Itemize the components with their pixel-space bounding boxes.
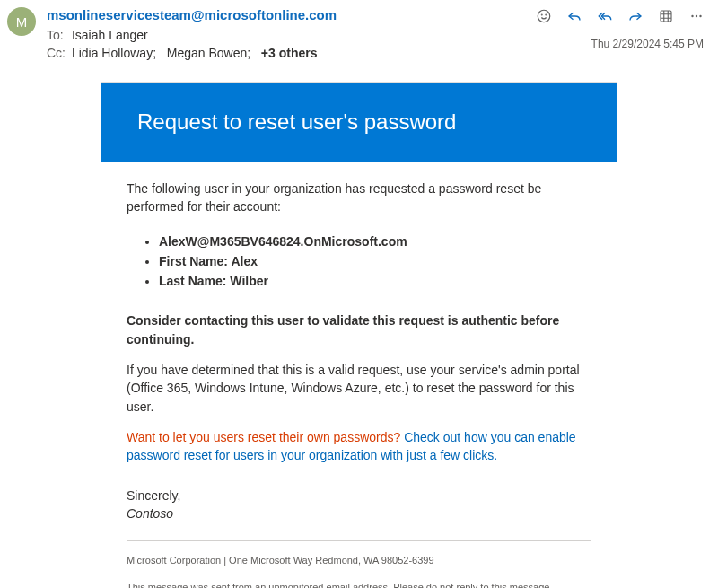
sincerely: Sincerely, bbox=[127, 487, 591, 505]
intro-text: The following user in your organization … bbox=[127, 180, 591, 216]
forward-icon[interactable] bbox=[626, 7, 644, 25]
to-value[interactable]: Isaiah Langer bbox=[72, 28, 148, 42]
warn-text: Want to let you users reset their own pa… bbox=[127, 430, 404, 444]
svg-point-0 bbox=[538, 10, 550, 22]
svg-point-6 bbox=[699, 15, 701, 17]
reply-all-icon[interactable] bbox=[596, 7, 614, 25]
consider-text: Consider contacting this user to validat… bbox=[127, 312, 591, 348]
footer-unmonitored: This message was sent from an unmonitore… bbox=[127, 581, 591, 588]
apps-icon[interactable] bbox=[657, 7, 675, 25]
svg-point-5 bbox=[696, 15, 697, 17]
to-label: To: bbox=[47, 28, 68, 42]
footer-address: Microsoft Corporation | One Microsoft Wa… bbox=[127, 554, 591, 568]
cc-label: Cc: bbox=[47, 46, 68, 60]
cc-value-2[interactable]: Megan Bowen; bbox=[167, 46, 250, 60]
svg-point-1 bbox=[541, 14, 542, 15]
svg-rect-3 bbox=[661, 11, 671, 22]
avatar: M bbox=[7, 7, 36, 36]
svg-point-2 bbox=[546, 14, 547, 15]
svg-point-4 bbox=[691, 15, 693, 17]
email-header: M msonlineservicesteam@microsoftonline.c… bbox=[0, 0, 718, 64]
message-toolbar bbox=[535, 7, 705, 25]
list-item: First Name: Alex bbox=[159, 252, 591, 270]
card-body: The following user in your organization … bbox=[101, 162, 617, 588]
hero-banner: Request to reset user's password bbox=[101, 83, 617, 162]
more-icon[interactable] bbox=[687, 7, 705, 25]
react-icon[interactable] bbox=[535, 7, 553, 25]
timestamp: Thu 2/29/2024 5:45 PM bbox=[591, 38, 704, 50]
user-details-list: AlexW@M365BV646824.OnMicrosoft.com First… bbox=[127, 233, 591, 291]
signature: Sincerely, Contoso bbox=[127, 487, 591, 523]
footer-separator bbox=[127, 540, 591, 541]
list-item: AlexW@M365BV646824.OnMicrosoft.com bbox=[159, 233, 591, 250]
list-item: Last Name: Wilber bbox=[159, 272, 591, 290]
valid-request-text: If you have determined that this is a va… bbox=[127, 361, 591, 416]
self-service-prompt: Want to let you users reset their own pa… bbox=[127, 428, 591, 465]
signature-org: Contoso bbox=[127, 505, 591, 522]
cc-value-1[interactable]: Lidia Holloway; bbox=[72, 46, 156, 60]
reply-icon[interactable] bbox=[565, 7, 583, 25]
cc-more[interactable]: +3 others bbox=[261, 46, 318, 60]
email-body-card: Request to reset user's password The fol… bbox=[101, 82, 617, 588]
